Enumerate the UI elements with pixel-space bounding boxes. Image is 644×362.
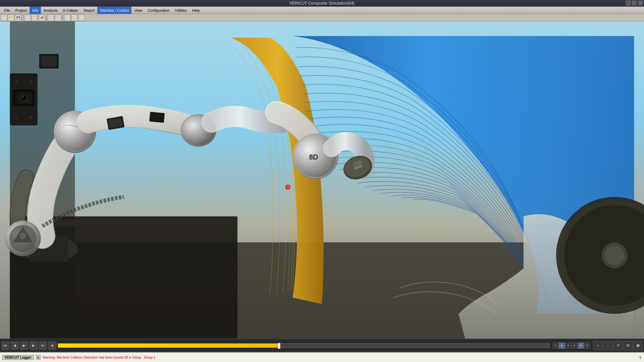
bottom-toolbar: ⏮ ◀ ▶ ▶ ⏭ ■ ● ● ● ● ● ● + − ↺ ⊞ ▣ xyxy=(0,339,644,352)
toolbar-separator-2 xyxy=(46,15,47,21)
logger-message: Warning: Machine Collision Detection has… xyxy=(43,356,637,359)
svg-point-47 xyxy=(605,246,624,265)
step-forward-button[interactable]: ▶ xyxy=(30,342,38,350)
status-icon-opt[interactable]: ● xyxy=(572,343,578,349)
toolbar-separator-3 xyxy=(62,15,63,21)
step-back-button[interactable]: ◀ xyxy=(11,342,19,350)
status-icon-meas[interactable]: ● xyxy=(578,343,584,349)
svg-point-34 xyxy=(15,116,18,119)
window-controls[interactable]: _ □ ✕ xyxy=(626,1,643,5)
status-icon-mfg[interactable]: ● xyxy=(565,343,571,349)
view-fit[interactable]: ⊞ xyxy=(623,341,633,350)
menu-analysis[interactable]: Analysis xyxy=(41,7,60,14)
toolbar-copy[interactable]: 📋 xyxy=(31,14,38,21)
close-button[interactable]: ✕ xyxy=(638,1,643,5)
toolbar-separator-1 xyxy=(22,15,23,21)
menu-file[interactable]: File xyxy=(1,7,13,14)
svg-point-33 xyxy=(15,80,18,83)
toolbar-zoom-out[interactable]: ⊖ xyxy=(78,14,85,21)
main-viewport[interactable]: 8D xyxy=(0,21,644,339)
status-icon-sim[interactable]: ● xyxy=(552,343,558,349)
progress-thumb[interactable] xyxy=(278,343,280,349)
menu-help[interactable]: Help xyxy=(190,7,203,14)
status-icon-fiber[interactable]: ● xyxy=(584,343,590,349)
menu-configuration[interactable]: Configuration xyxy=(145,7,172,14)
view-zoom-out[interactable]: − xyxy=(603,341,612,350)
logger-expand-button[interactable]: ▲ xyxy=(36,355,41,360)
logger-label-button[interactable]: VERICUT Logger xyxy=(2,355,34,360)
menu-project[interactable]: Project xyxy=(13,7,30,14)
status-icon-group: ● ● ● ● ● ● xyxy=(552,343,590,349)
svg-point-41 xyxy=(21,95,26,101)
svg-rect-30 xyxy=(149,112,165,123)
svg-point-36 xyxy=(30,116,33,119)
toolbar-save[interactable]: 💾 xyxy=(15,14,21,21)
toolbar-paste[interactable]: 📌 xyxy=(38,14,45,21)
toolbar-zoom-in[interactable]: ⊕ xyxy=(71,14,78,21)
status-icon-col[interactable]: ● xyxy=(559,343,565,349)
logger-collapse-icon[interactable]: ▼ xyxy=(639,356,642,359)
menu-bar: File Project Info Analysis X-Caliper Rep… xyxy=(0,7,644,14)
toolbar-cut[interactable]: ✂ xyxy=(24,14,31,21)
fast-forward-button[interactable]: ⏭ xyxy=(39,342,47,350)
svg-point-42 xyxy=(22,96,24,98)
menu-info[interactable]: Info xyxy=(30,7,41,14)
menu-utilities[interactable]: Utilities xyxy=(172,7,190,14)
stop-button[interactable]: ■ xyxy=(48,342,56,350)
view-zoom-in[interactable]: + xyxy=(593,341,602,350)
svg-text:8D: 8D xyxy=(309,153,318,161)
toolbar-zoom-fit[interactable]: ⊞ xyxy=(64,14,71,21)
menu-view[interactable]: View xyxy=(131,7,145,14)
svg-rect-24 xyxy=(42,57,56,66)
right-toolbar: + − ↺ ⊞ ▣ xyxy=(593,341,643,350)
progress-track[interactable] xyxy=(58,343,550,348)
svg-point-35 xyxy=(30,80,33,83)
toolbar-undo[interactable]: ↩ xyxy=(48,14,54,21)
menu-xcaliper[interactable]: X-Caliper xyxy=(60,7,81,14)
app-title: VERICUT Composite Simulation(64) xyxy=(289,1,355,6)
progress-fill xyxy=(58,344,279,348)
svg-point-27 xyxy=(20,233,26,239)
minimize-button[interactable]: _ xyxy=(626,1,631,5)
logger-bar: VERICUT Logger ▲ Warning: Machine Collis… xyxy=(0,352,644,362)
menu-report[interactable]: Report xyxy=(81,7,97,14)
toolbar-new[interactable]: ⊕ xyxy=(1,14,7,21)
view-options[interactable]: ▣ xyxy=(633,341,643,350)
toolbar: ⊕ 📂 💾 ✂ 📋 📌 ↩ ↪ ⊞ ⊕ ⊖ xyxy=(0,14,644,21)
maximize-button[interactable]: □ xyxy=(632,1,637,5)
menu-machine-control[interactable]: Machine / Control xyxy=(97,7,131,14)
play-button[interactable]: ▶ xyxy=(20,342,28,350)
title-bar: VERICUT Composite Simulation(64) _ □ ✕ xyxy=(0,0,644,7)
toolbar-open[interactable]: 📂 xyxy=(8,14,14,21)
3d-scene: 8D xyxy=(0,21,644,339)
toolbar-redo[interactable]: ↪ xyxy=(55,14,61,21)
svg-point-21 xyxy=(286,185,289,189)
rewind-button[interactable]: ⏮ xyxy=(1,342,9,350)
view-rotate[interactable]: ↺ xyxy=(613,341,623,350)
